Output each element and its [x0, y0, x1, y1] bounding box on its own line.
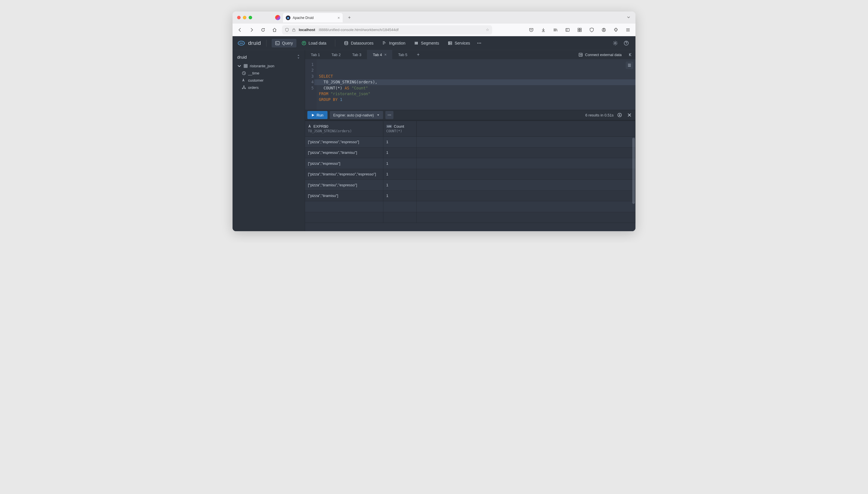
extensions-icon[interactable]: [612, 26, 620, 34]
run-label: Run: [317, 113, 324, 117]
nav-services-label: Services: [455, 41, 470, 45]
query-tab-2[interactable]: Tab 2: [326, 50, 346, 59]
svg-point-17: [479, 42, 480, 43]
svg-rect-2: [578, 28, 579, 30]
privacy-icon[interactable]: [588, 26, 596, 34]
cell-count: 1: [383, 158, 417, 169]
column-label: __time: [248, 71, 259, 75]
browser-tab-title: Apache Druid: [293, 16, 314, 20]
collapse-icon: [628, 52, 633, 57]
terminal-icon: [275, 41, 280, 45]
nav-query-label: Query: [282, 41, 293, 45]
tab-label: Tab 1: [311, 53, 320, 57]
nav-ingestion-label: Ingestion: [389, 41, 405, 45]
url-bar[interactable]: localhost:8888/unified-console.html#work…: [282, 25, 492, 35]
sort-icon[interactable]: [297, 55, 300, 59]
reload-button[interactable]: [259, 26, 267, 34]
cell-empty: [417, 191, 635, 201]
nav-services[interactable]: Services: [445, 39, 474, 48]
cell-count: 1: [383, 169, 417, 180]
gantt-icon: [382, 41, 387, 45]
druid-logo[interactable]: druid: [237, 40, 261, 46]
tab-label: Tab 4: [373, 53, 382, 57]
result-row[interactable]: ["pizza","espresso","espresso"]1: [305, 137, 635, 148]
cell-count: 1: [383, 191, 417, 201]
query-tab-5[interactable]: Tab 5: [392, 50, 413, 59]
close-tab-icon[interactable]: ×: [384, 52, 386, 57]
nav-ingestion[interactable]: Ingestion: [379, 39, 409, 48]
tree-column-orders[interactable]: orders: [236, 84, 301, 91]
help-button[interactable]: [622, 39, 631, 48]
col-sub: COUNT(*): [386, 129, 414, 133]
column-header-expr[interactable]: EXPR$0 TO_JSON_STRING(orders): [305, 121, 383, 136]
import-icon: [578, 53, 583, 57]
result-row[interactable]: ["pizza","espresso","tiramisu"]1: [305, 148, 635, 158]
column-header-count[interactable]: 123Count COUNT(*): [383, 121, 417, 136]
tree-datasource[interactable]: ristorante_json: [236, 62, 301, 70]
nav-query[interactable]: Query: [272, 39, 296, 48]
pocket-icon[interactable]: [527, 26, 535, 34]
maximize-window-button[interactable]: [249, 16, 252, 19]
svg-point-16: [477, 42, 478, 43]
result-row[interactable]: ["pizza","tiramisu","espresso"]1: [305, 180, 635, 191]
minimize-window-button[interactable]: [243, 16, 246, 19]
nav-more[interactable]: [475, 39, 483, 48]
query-tab-1[interactable]: Tab 1: [305, 50, 326, 59]
connect-external-data[interactable]: Connect external data: [575, 50, 626, 59]
nav-segments-label: Segments: [421, 41, 439, 45]
bookmark-star-icon[interactable]: ☆: [486, 27, 489, 32]
scrollbar[interactable]: [632, 138, 635, 204]
collapse-panel-button[interactable]: [626, 50, 635, 59]
column-header-empty: [417, 121, 635, 136]
run-button[interactable]: Run: [307, 111, 327, 119]
forward-button[interactable]: [248, 26, 256, 34]
sql-editor[interactable]: 1 2 3 4 5 SELECT TO_JSON_STRING(orders),…: [305, 59, 635, 110]
menu-icon[interactable]: [624, 26, 632, 34]
result-row[interactable]: ["pizza","tiramisu"]1: [305, 191, 635, 202]
home-button[interactable]: [271, 26, 278, 34]
editor-menu-button[interactable]: [626, 61, 633, 69]
query-tab-4[interactable]: Tab 4×: [367, 50, 392, 59]
more-options-button[interactable]: [385, 111, 394, 119]
svg-point-29: [390, 115, 391, 115]
engine-selector[interactable]: Engine: auto (sql-native): [330, 111, 383, 119]
play-icon: [311, 114, 314, 117]
clock-icon: [242, 71, 246, 75]
schema-name: druid: [237, 55, 247, 59]
close-results-button[interactable]: [626, 111, 633, 119]
library-icon[interactable]: [551, 26, 560, 34]
sidebar-toggle-icon[interactable]: [563, 26, 572, 34]
result-row[interactable]: ["pizza","espresso"]1: [305, 158, 635, 169]
nav-segments[interactable]: Segments: [411, 39, 442, 48]
close-icon: [628, 113, 631, 117]
cell-count: 1: [383, 137, 417, 147]
nav-datasources[interactable]: Datasources: [341, 39, 377, 48]
close-tab-icon[interactable]: ×: [338, 16, 340, 20]
result-row-empty: [305, 212, 635, 223]
back-button[interactable]: [236, 26, 244, 34]
connect-external-label: Connect external data: [585, 53, 622, 57]
tree-column-customer[interactable]: customer: [236, 77, 301, 84]
complex-icon: [242, 86, 246, 90]
tabs-dropdown-icon[interactable]: [627, 15, 630, 20]
tree-column-time[interactable]: __time: [236, 70, 301, 77]
query-tabs: Tab 1 Tab 2 Tab 3 Tab 4× Tab 5 + Connect…: [305, 50, 635, 59]
new-tab-button[interactable]: +: [345, 14, 354, 22]
result-row[interactable]: ["pizza","tiramisu","espresso","espresso…: [305, 169, 635, 180]
account-icon[interactable]: [600, 26, 608, 34]
containers-icon[interactable]: [576, 26, 584, 34]
column-label: customer: [248, 78, 263, 82]
close-window-button[interactable]: [237, 16, 240, 19]
nav-load-data[interactable]: Load data: [298, 39, 330, 48]
column-label: orders: [248, 86, 259, 90]
editor-code[interactable]: SELECT TO_JSON_STRING(orders), COUNT(*) …: [317, 59, 635, 110]
browser-tab[interactable]: ◉ Apache Druid ×: [283, 13, 343, 22]
query-tab-3[interactable]: Tab 3: [346, 50, 367, 59]
tab-label: Tab 2: [331, 53, 341, 57]
main-panel: Tab 1 Tab 2 Tab 3 Tab 4× Tab 5 + Connect…: [305, 50, 635, 231]
add-query-tab[interactable]: +: [413, 50, 423, 59]
settings-button[interactable]: [611, 39, 620, 48]
download-results-button[interactable]: [616, 111, 623, 119]
svg-rect-3: [580, 28, 581, 30]
downloads-icon[interactable]: [539, 26, 547, 34]
